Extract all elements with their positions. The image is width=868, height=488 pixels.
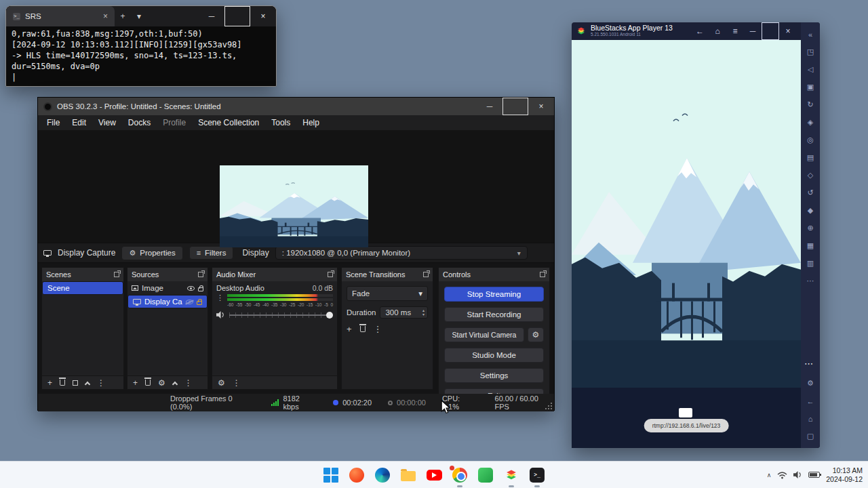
close-button[interactable]: × [528,98,554,115]
scenes-list[interactable]: Scene [42,281,123,375]
minimize-button[interactable]: ─ [744,22,762,40]
home-button[interactable]: ⌂ [709,22,726,40]
gamepad-icon[interactable]: ▦ [801,239,820,252]
screen-zoom-icon[interactable]: ⊕ [801,222,820,235]
android-screen[interactable] [572,40,801,388]
tray-chevron-icon[interactable]: ∧ [767,472,772,479]
advanced-audio-button[interactable]: ⚙ [218,378,225,388]
transition-select[interactable]: Fade ▾ [347,286,428,301]
stop-streaming-button[interactable]: Stop Streaming [444,287,544,302]
minimize-button[interactable]: ─ [199,6,224,26]
duration-spinner[interactable]: 300 ms ▴ ▾ [380,306,428,319]
popout-icon[interactable] [423,272,429,277]
taskbar-app-terminal[interactable]: >_ [529,467,545,483]
menu-button[interactable]: ≡ [726,22,744,40]
taskbar-app-edge[interactable] [374,467,391,483]
lock-icon[interactable] [198,287,203,291]
speaker-icon[interactable] [216,311,225,319]
menu-scene-collection[interactable]: Scene Collection [192,116,265,129]
taskbar-app-android[interactable] [477,467,494,483]
wifi-icon[interactable] [777,471,787,479]
settings-icon[interactable]: ⚙ [801,377,820,390]
terminal-titlebar[interactable]: >_ SRS × + ▾ ─ × [6,6,276,26]
volume-slider-knob[interactable] [326,312,333,319]
spin-down-icon[interactable]: ▾ [422,312,425,317]
source-properties-button[interactable]: ⚙ [158,378,165,388]
popout-icon[interactable] [198,272,203,277]
screenshot-icon[interactable]: ▣ [801,81,820,94]
bluestacks-titlebar[interactable]: BlueStacks App Player 13 5.21.550.1031 A… [572,22,801,40]
menu-tools[interactable]: Tools [265,116,296,129]
taskbar-clock[interactable]: 10:13 AM 2024-09-12 [826,466,863,483]
remove-source-button[interactable] [145,380,151,386]
terminal-output[interactable]: 0,raw:61,fua:838,msg:1297,oth:1,buf:50) … [6,26,276,86]
taskbar-app-bluestacks[interactable] [503,467,519,483]
collapse-sidebar-icon[interactable]: « [801,28,820,41]
sync-icon[interactable]: ↺ [801,186,820,199]
taskbar-app-brave[interactable] [349,467,365,483]
overlay-menu-icon[interactable]: ⋯ [804,359,813,369]
eco-mode-icon[interactable]: ◆ [801,204,820,217]
menu-file[interactable]: File [41,116,66,129]
android-back-icon[interactable]: ← [801,394,820,407]
scene-filters-button[interactable] [73,380,78,386]
taskbar-app-chrome[interactable] [452,467,468,483]
android-home-icon[interactable]: ⌂ [801,412,820,425]
rotate-icon[interactable]: ↻ [801,98,820,111]
menu-view[interactable]: View [92,116,122,129]
start-recording-button[interactable]: Start Recording [444,307,544,322]
tab-close-icon[interactable]: × [103,12,108,21]
menu-profile[interactable]: Profile [157,116,192,129]
channel-menu-button[interactable]: ⋮ [216,294,224,307]
maximize-button[interactable] [224,6,250,26]
sources-menu-button[interactable]: ⋮ [184,378,193,388]
menu-edit[interactable]: Edit [66,116,92,129]
start-virtual-camera-button[interactable]: Start Virtual Camera [444,327,524,342]
menu-help[interactable]: Help [296,116,326,129]
taskbar-app-file-explorer[interactable] [400,467,416,483]
remove-scene-button[interactable] [60,380,65,386]
back-button[interactable]: ← [691,22,709,40]
start-button[interactable] [323,467,339,483]
lock-icon[interactable] [197,301,202,305]
remove-transition-button[interactable] [360,324,366,334]
minimize-button[interactable]: ─ [477,98,502,115]
virtual-camera-settings-button[interactable]: ⚙ [528,327,544,342]
settings-button[interactable]: Settings [444,368,544,383]
display-select[interactable]: : 1920x1080 @ 0,0 (Primary Monitor) ▾ [275,246,528,260]
transition-menu-button[interactable]: ⋮ [374,324,382,334]
menu-docks[interactable]: Docks [122,116,157,129]
terminal-tab[interactable]: >_ SRS × [6,6,115,26]
new-tab-button[interactable]: + [115,12,131,21]
volume-slider[interactable] [229,312,333,318]
fullscreen-icon[interactable]: ◳ [801,45,820,58]
android-recents-icon[interactable]: ▢ [801,430,820,443]
studio-mode-button[interactable]: Studio Mode [444,348,544,363]
more-tools-icon[interactable]: ⋯ [801,274,820,287]
move-scene-up-button[interactable] [85,380,90,386]
close-button[interactable]: × [250,6,276,26]
taskbar-app-youtube[interactable] [426,467,442,483]
visibility-eye-icon[interactable] [187,286,195,291]
volume-tray-icon[interactable] [793,471,802,479]
add-scene-button[interactable]: + [47,378,52,388]
media-manager-icon[interactable]: ▥ [801,257,820,270]
move-source-up-button[interactable] [173,380,177,386]
resize-grip[interactable] [545,403,552,409]
battery-icon[interactable] [808,472,820,478]
obs-preview-canvas[interactable] [38,130,554,243]
close-button[interactable]: × [779,22,797,40]
maximize-button[interactable] [762,22,779,40]
popout-icon[interactable] [114,272,119,277]
scene-list-item[interactable]: Scene [42,281,123,295]
popout-icon[interactable] [540,272,545,277]
filters-button[interactable]: ≡ Filters [189,246,234,260]
preview-scene-image[interactable] [220,165,368,247]
macro-recorder-icon[interactable]: ◇ [801,169,820,182]
maximize-button[interactable] [502,98,528,115]
properties-button[interactable]: ⚙ Properties [121,246,182,260]
source-row-image[interactable]: Image [127,281,208,295]
sources-list[interactable]: Image Display Ca [127,281,208,375]
obs-titlebar[interactable]: OBS 30.2.3 - Profile: Untitled - Scenes:… [38,98,554,115]
tab-dropdown-icon[interactable]: ▾ [131,12,147,21]
